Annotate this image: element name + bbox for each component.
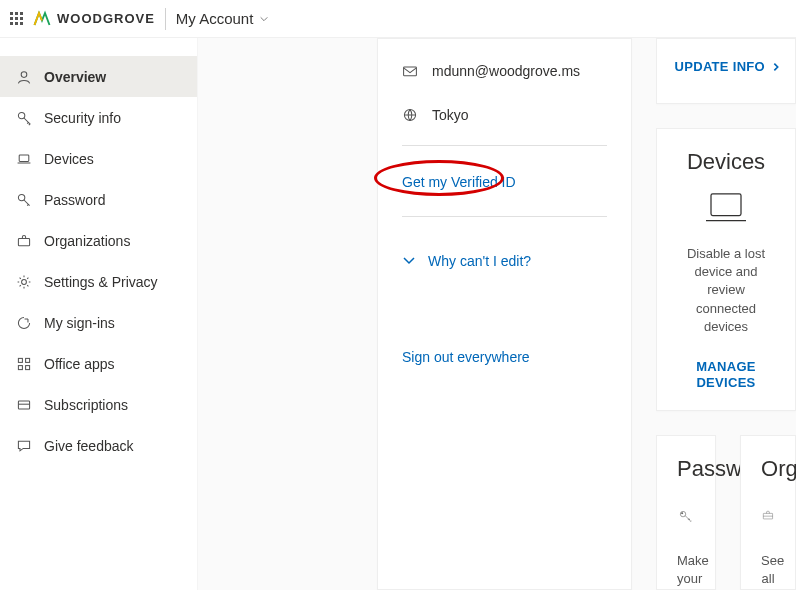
profile-location-row: Tokyo [402,93,607,137]
sidebar-item-label: Overview [44,69,106,85]
password-title: Password [677,456,695,482]
svg-point-3 [18,194,24,200]
divider [402,216,607,217]
organizations-card: Organizations See all the organizations … [740,435,796,590]
sidebar-item-label: Organizations [44,233,130,249]
sidebar-item-label: Give feedback [44,438,134,454]
password-card: Password Make your password stronger, or… [656,435,716,590]
password-desc: Make your password stronger, or change i… [677,552,695,590]
chevron-right-icon [771,62,781,72]
gear-icon [16,274,32,290]
sidebar-item-my-sign-ins[interactable]: My sign-ins [0,302,197,343]
svg-rect-2 [19,155,29,161]
person-icon [16,69,32,85]
svg-rect-7 [26,358,30,362]
account-dropdown[interactable]: My Account [176,10,270,27]
brand-name: WOODGROVE [57,11,155,26]
sidebar: Overview Security info Devices Password … [0,38,198,590]
sidebar-item-devices[interactable]: Devices [0,138,197,179]
main-content: mdunn@woodgrove.ms Tokyo Get my Verified… [198,38,796,590]
svg-point-0 [21,71,27,77]
profile-email-row: mdunn@woodgrove.ms [402,49,607,93]
manage-devices-link[interactable]: MANAGE DEVICES [696,359,756,390]
sidebar-item-office-apps[interactable]: Office apps [0,343,197,384]
globe-icon [402,107,418,123]
sidebar-item-label: Office apps [44,356,115,372]
svg-point-1 [18,112,24,118]
laptop-icon [677,185,775,231]
svg-rect-6 [18,358,22,362]
svg-point-14 [680,511,685,516]
sidebar-item-label: Subscriptions [44,397,128,413]
profile-email: mdunn@woodgrove.ms [432,63,580,79]
devices-card: Devices Disable a lost device and review… [656,128,796,411]
sign-out-everywhere-link[interactable]: Sign out everywhere [402,349,530,365]
chevron-down-icon [402,254,416,268]
key-icon [16,192,32,208]
right-column: UPDATE INFO Devices Disable a lost devic… [656,38,796,590]
chat-icon [16,438,32,454]
svg-rect-13 [711,194,741,216]
sidebar-item-give-feedback[interactable]: Give feedback [0,425,197,466]
update-info-card: UPDATE INFO [656,38,796,104]
signin-icon [16,315,32,331]
laptop-icon [16,151,32,167]
svg-rect-9 [26,365,30,369]
organizations-title: Organizations [761,456,775,482]
devices-title: Devices [677,149,775,175]
sidebar-item-security-info[interactable]: Security info [0,97,197,138]
card-icon [16,397,32,413]
header-divider [165,8,166,30]
key-icon [677,492,695,538]
app-header: WOODGROVE My Account [0,0,796,38]
sidebar-item-label: Password [44,192,105,208]
profile-location: Tokyo [432,107,469,123]
account-dropdown-label: My Account [176,10,254,27]
svg-point-5 [22,279,27,284]
brand-logo[interactable]: WOODGROVE [33,10,155,28]
divider [402,145,607,146]
svg-rect-11 [404,67,417,76]
devices-desc: Disable a lost device and review connect… [677,245,775,336]
sidebar-item-subscriptions[interactable]: Subscriptions [0,384,197,425]
sidebar-item-settings-privacy[interactable]: Settings & Privacy [0,261,197,302]
svg-point-15 [682,513,683,514]
sidebar-item-label: My sign-ins [44,315,115,331]
app-launcher-icon[interactable] [10,12,23,25]
mail-icon [402,63,418,79]
sidebar-item-label: Settings & Privacy [44,274,158,290]
svg-rect-4 [18,238,29,245]
update-info-label: UPDATE INFO [675,59,765,74]
sidebar-item-label: Devices [44,151,94,167]
profile-card: mdunn@woodgrove.ms Tokyo Get my Verified… [377,38,632,590]
sidebar-item-label: Security info [44,110,121,126]
briefcase-icon [16,233,32,249]
svg-rect-8 [18,365,22,369]
svg-rect-10 [18,401,29,409]
briefcase-icon [761,492,775,538]
chevron-down-icon [259,14,269,24]
woodgrove-logo-icon [33,10,51,28]
why-cant-i-edit-label: Why can't I edit? [428,253,531,269]
get-verified-id-link[interactable]: Get my Verified ID [402,174,516,190]
key-icon [16,110,32,126]
sidebar-item-password[interactable]: Password [0,179,197,220]
organizations-desc: See all the organizations that you [761,552,775,590]
grid-icon [16,356,32,372]
sidebar-item-organizations[interactable]: Organizations [0,220,197,261]
sidebar-item-overview[interactable]: Overview [0,56,197,97]
why-cant-i-edit-link[interactable]: Why can't I edit? [402,225,607,279]
update-info-link[interactable]: UPDATE INFO [671,59,781,74]
